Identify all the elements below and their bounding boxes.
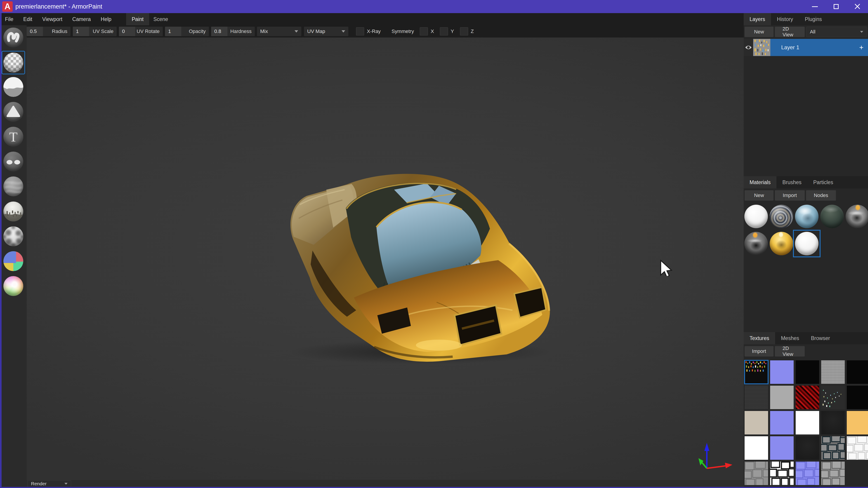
blur-tool-icon[interactable] — [3, 176, 23, 196]
texture-black-3[interactable] — [847, 386, 868, 409]
mouse-cursor — [659, 260, 673, 276]
texture-dark-fabric[interactable] — [745, 386, 768, 409]
menu-help[interactable]: Help — [96, 13, 116, 25]
uv-map-dropdown[interactable]: UV Map — [304, 27, 348, 36]
new-layer-button[interactable]: New — [745, 27, 774, 37]
decal-tool-icon[interactable] — [3, 102, 23, 122]
material-dark-green[interactable] — [820, 205, 844, 228]
hardness-value[interactable]: 0.8 — [211, 27, 227, 36]
texture-periwinkle-flat-3[interactable] — [770, 436, 794, 460]
texture-periwinkle-flat[interactable] — [770, 360, 794, 384]
texture-gray-blocks[interactable] — [745, 462, 768, 485]
texture-dark-grunge-2[interactable] — [796, 436, 819, 460]
add-layer-button[interactable]: + — [859, 43, 864, 52]
car-model[interactable] — [278, 167, 554, 364]
texture-white-blocks-outlined[interactable] — [770, 462, 794, 485]
material-dark-chrome-flame[interactable] — [744, 232, 768, 255]
xray-checkbox[interactable] — [356, 27, 364, 35]
import-material-button[interactable]: Import — [775, 190, 805, 201]
bake-tool-icon[interactable] — [3, 226, 23, 246]
textures-button-row: Import 2D View — [745, 346, 805, 357]
opacity-field[interactable]: 1 Opacity — [165, 27, 209, 36]
symmetry-y-checkbox[interactable] — [440, 27, 448, 35]
material-chrome-flame[interactable] — [846, 205, 868, 228]
texture-beige[interactable] — [745, 411, 768, 434]
new-material-button[interactable]: New — [745, 190, 774, 201]
close-button[interactable] — [847, 0, 868, 13]
text-tool-icon[interactable]: T — [3, 127, 23, 147]
layer-selected-area[interactable]: Layer 1 + — [753, 39, 868, 56]
tab-browser[interactable]: Browser — [805, 332, 836, 344]
symmetry-x-checkbox[interactable] — [420, 27, 428, 35]
menu-file[interactable]: File — [0, 13, 18, 25]
material-gold-metal[interactable] — [770, 232, 793, 255]
texture-amber[interactable] — [847, 411, 868, 434]
uv-scale-field[interactable]: 1 UV Scale — [73, 27, 117, 36]
title-bar[interactable]: A premierlancement* - ArmorPaint — [0, 0, 868, 13]
opacity-value[interactable]: 1 — [165, 27, 181, 36]
tab-paint[interactable]: Paint — [126, 13, 149, 25]
material-white-matte-selected[interactable] — [795, 232, 818, 255]
texture-light-gray[interactable] — [770, 386, 794, 409]
material-steel-blue-gloss[interactable] — [795, 205, 818, 228]
texture-periwinkle-blocks[interactable] — [796, 462, 819, 485]
texture-white[interactable] — [796, 411, 819, 434]
textures-2d-view-button[interactable]: 2D View — [775, 346, 805, 357]
tab-materials[interactable]: Materials — [744, 176, 776, 188]
viewport-3d[interactable] — [27, 37, 744, 480]
menu-edit[interactable]: Edit — [18, 13, 37, 25]
tab-layers[interactable]: Layers — [744, 13, 771, 25]
texture-periwinkle-flat-2[interactable] — [770, 411, 794, 434]
brush-tool-icon[interactable] — [3, 28, 23, 47]
render-mode-dropdown[interactable]: Render — [28, 480, 71, 487]
fill-tool-icon[interactable] — [3, 77, 23, 97]
tab-plugins[interactable]: Plugins — [799, 13, 828, 25]
layers-2d-view-button[interactable]: 2D View — [775, 27, 805, 37]
layer-thumbnail[interactable] — [753, 39, 770, 56]
layers-button-row: New 2D View All — [745, 27, 867, 37]
symmetry-x-label: X — [431, 29, 434, 34]
uv-rotate-value[interactable]: 0 — [119, 27, 135, 36]
particle-tool-icon[interactable] — [3, 201, 23, 221]
material-white-matte[interactable] — [744, 205, 768, 228]
texture-sparse-color-dots[interactable] — [821, 386, 845, 409]
layer-row[interactable]: Layer 1 + — [744, 39, 868, 56]
import-texture-button[interactable]: Import — [745, 346, 774, 357]
clone-tool-icon[interactable] — [3, 152, 23, 171]
blend-mode-dropdown[interactable]: Mix — [257, 27, 301, 36]
material-marble-swirl[interactable] — [770, 205, 793, 228]
texture-white-2[interactable] — [745, 436, 768, 460]
uv-rotate-field[interactable]: 0 UV Rotate — [119, 27, 163, 36]
nodes-button[interactable]: Nodes — [806, 190, 836, 201]
tab-meshes[interactable]: Meshes — [775, 332, 805, 344]
texture-white-blocks-faint[interactable] — [847, 436, 868, 460]
picker-tool-icon[interactable] — [3, 276, 23, 296]
tab-scene[interactable]: Scene — [149, 13, 172, 25]
menu-viewport[interactable]: Viewport — [37, 13, 67, 25]
texture-confetti-dark[interactable] — [745, 360, 768, 384]
texture-red-carbon-weave[interactable] — [796, 386, 819, 409]
texture-dark-grunge[interactable] — [821, 411, 845, 434]
radius-field[interactable]: 0.5 Radius — [27, 27, 70, 36]
minimize-button[interactable] — [804, 0, 826, 13]
texture-black-2[interactable] — [847, 360, 868, 384]
radius-value[interactable]: 0.5 — [27, 27, 43, 36]
layer-visibility-toggle[interactable] — [744, 39, 753, 56]
eraser-tool-icon[interactable] — [3, 53, 23, 72]
layer-filter-dropdown[interactable]: All — [806, 27, 867, 37]
hardness-field[interactable]: 0.8 Hardness — [211, 27, 255, 36]
texture-black[interactable] — [796, 360, 819, 384]
tab-history[interactable]: History — [771, 13, 799, 25]
tab-brushes[interactable]: Brushes — [776, 176, 807, 188]
tab-particles[interactable]: Particles — [807, 176, 839, 188]
colorid-tool-icon[interactable] — [3, 251, 23, 271]
uv-scale-value[interactable]: 1 — [73, 27, 89, 36]
maximize-button[interactable] — [826, 0, 847, 13]
texture-gray-blocks-outlined[interactable] — [821, 436, 845, 460]
chevron-down-icon — [860, 31, 863, 33]
texture-gray-noise[interactable] — [821, 360, 845, 384]
symmetry-z-checkbox[interactable] — [460, 27, 468, 35]
tab-textures[interactable]: Textures — [744, 332, 775, 344]
texture-gray-blocks-light[interactable] — [821, 462, 845, 485]
menu-camera[interactable]: Camera — [67, 13, 96, 25]
